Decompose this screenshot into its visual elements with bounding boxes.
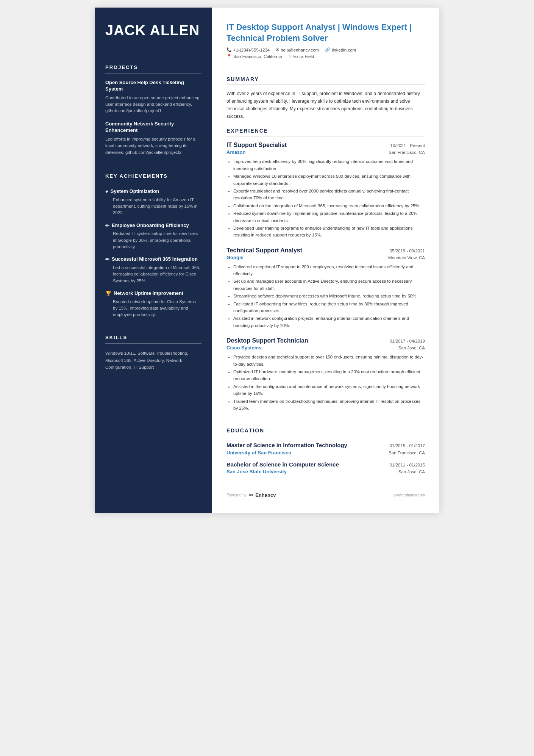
project-1-title: Open Source Help Desk Ticketing System: [105, 80, 201, 92]
edu-2-location: San Jose, CA: [398, 470, 425, 474]
trophy-icon: 🏆: [105, 291, 111, 297]
bullet: Managed Windows 10 enterprise deployment…: [233, 173, 425, 187]
bullet: Optimized IT hardware inventory manageme…: [233, 368, 425, 382]
bullet: Developed user training programs to enha…: [233, 225, 425, 239]
exp-1-title: IT Support Specialist: [226, 142, 287, 149]
achievement-4-desc: Boosted network uptime for Cisco Systems…: [105, 299, 201, 318]
exp-3-subheader: Cisco Systems San Jose, CA: [226, 345, 425, 351]
experience-entry-3: Desktop Support Technician 01/2017 - 04/…: [226, 337, 425, 412]
project-1: Open Source Help Desk Ticketing System C…: [105, 80, 201, 121]
linkedin-value: linkedin.com: [332, 48, 356, 52]
enhancv-brand: Enhancv: [255, 492, 276, 498]
edu-1-date: 01/2015 - 01/2017: [390, 443, 425, 448]
extra-value: Extra Field: [293, 54, 314, 59]
phone-contact: 📞 +1-(234)-555-1234: [226, 47, 270, 52]
powered-by-text: Powered by: [226, 493, 247, 497]
exp-1-bullets: Improved help desk efficiency by 30%, si…: [226, 158, 425, 238]
edu-2-date: 01/2011 - 01/2015: [390, 463, 425, 467]
resume-container: JACK ALLEN PROJECTS Open Source Help Des…: [95, 8, 439, 513]
exp-1-company: Amazon: [226, 149, 246, 155]
skills-divider: [105, 343, 201, 344]
exp-1-location: San Francisco, CA: [389, 150, 425, 155]
exp-3-bullets: Provided desktop and technical support t…: [226, 354, 425, 412]
email-value: help@enhancv.com: [281, 48, 319, 52]
education-section-title: EDUCATION: [226, 427, 425, 434]
star-icon: ☆: [288, 54, 292, 59]
sidebar: JACK ALLEN PROJECTS Open Source Help Des…: [95, 8, 212, 513]
link-icon: 🔗: [325, 47, 330, 52]
phone-value: +1-(234)-555-1234: [233, 48, 270, 52]
linkedin-contact: 🔗 linkedin.com: [325, 47, 356, 52]
exp-1-header: IT Support Specialist 10/2021 - Present: [226, 142, 425, 149]
candidate-name: JACK ALLEN: [105, 23, 201, 39]
achievement-3-desc: Led a successful integration of Microsof…: [105, 265, 201, 284]
achievement-2-title: ✏ Employee Onboarding Efficiency: [105, 222, 201, 229]
pencil-icon: ✏: [105, 223, 109, 229]
pencil2-icon: ✏: [105, 257, 109, 263]
main-header: IT Desktop Support Analyst | Windows Exp…: [226, 22, 425, 60]
projects-divider: [105, 73, 201, 74]
bullet: Trained team members on troubleshooting …: [233, 398, 425, 412]
bullet: Provided desktop and technical support t…: [233, 354, 425, 368]
edu-1-school: University of San Francisco: [226, 450, 291, 455]
contact-row-2: 📍 San Francisco, California ☆ Extra Fiel…: [226, 54, 425, 59]
achievement-1-title: ♥ System Optimization: [105, 188, 201, 195]
achievement-1-desc: Enhanced system reliability for Amazon I…: [105, 197, 201, 216]
exp-3-company: Cisco Systems: [226, 345, 262, 351]
exp-2-title: Technical Support Analyst: [226, 247, 302, 254]
edu-1-subheader: University of San Francisco San Francisc…: [226, 450, 425, 455]
project-2-title: Community Network Security Enhancement: [105, 121, 201, 134]
achievement-3-title: ✏ Successful Microsoft 365 Integration: [105, 256, 201, 263]
footer-website: www.enhancv.com: [393, 493, 425, 497]
edu-2-degree: Bachelor of Science in Computer Science: [226, 461, 339, 468]
skills-text: Windows 10/11, Software Troubleshooting,…: [105, 350, 201, 371]
bullet: Assisted in network configuration projec…: [233, 315, 425, 329]
exp-1-date: 10/2021 - Present: [390, 143, 425, 148]
bullet: Set up and managed user accounts in Acti…: [233, 278, 425, 292]
extra-contact: ☆ Extra Field: [288, 54, 314, 59]
achievement-3: ✏ Successful Microsoft 365 Integration L…: [105, 256, 201, 284]
bullet: Improved help desk efficiency by 30%, si…: [233, 158, 425, 172]
edu-2-subheader: San Jose State University San Jose, CA: [226, 469, 425, 474]
experience-section-title: EXPERIENCE: [226, 128, 425, 134]
exp-2-date: 05/2019 - 09/2021: [390, 249, 425, 253]
edu-2-school: San Jose State University: [226, 469, 287, 474]
enhancv-infinity-icon: ∞: [249, 491, 253, 498]
summary-divider: [226, 85, 425, 85]
achievement-2: ✏ Employee Onboarding Efficiency Reduced…: [105, 222, 201, 250]
contact-row-1: 📞 +1-(234)-555-1234 ✉ help@enhancv.com 🔗…: [226, 47, 425, 52]
education-entry-2: Bachelor of Science in Computer Science …: [226, 461, 425, 475]
exp-3-header: Desktop Support Technician 01/2017 - 04/…: [226, 337, 425, 344]
achievement-4-title: 🏆 Network Uptime Improvement: [105, 290, 201, 297]
bullet: Reduced system downtime by implementing …: [233, 210, 425, 224]
edu-1-header: Master of Science in Information Technol…: [226, 441, 425, 449]
main-title: IT Desktop Support Analyst | Windows Exp…: [226, 22, 425, 44]
exp-1-subheader: Amazon San Francisco, CA: [226, 149, 425, 155]
exp-2-subheader: Google Mountain View, CA: [226, 255, 425, 260]
email-contact: ✉ help@enhancv.com: [276, 47, 319, 52]
location-value: San Francisco, California: [233, 54, 282, 59]
achievement-1: ♥ System Optimization Enhanced system re…: [105, 188, 201, 216]
footer-left: Powered by ∞ Enhancv: [226, 491, 276, 498]
education-divider: [226, 436, 425, 436]
education-entry-1: Master of Science in Information Technol…: [226, 441, 425, 455]
experience-divider: [226, 136, 425, 136]
bullet: Streamlined software deployment processe…: [233, 293, 425, 299]
bullet: Delivered exceptional IT support to 200+…: [233, 263, 425, 277]
edu-1-degree: Master of Science in Information Technol…: [226, 441, 347, 449]
page-footer: Powered by ∞ Enhancv www.enhancv.com: [226, 480, 425, 498]
edu-2-header: Bachelor of Science in Computer Science …: [226, 461, 425, 468]
phone-icon: 📞: [226, 47, 232, 52]
heart-icon: ♥: [105, 189, 108, 195]
achievements-section-title: KEY ACHIEVEMENTS: [105, 173, 201, 179]
bullet: Expertly troubleshot and resolved over 2…: [233, 188, 425, 202]
exp-2-header: Technical Support Analyst 05/2019 - 09/2…: [226, 247, 425, 254]
bullet: Collaborated on the integration of Micro…: [233, 202, 425, 209]
experience-entry-1: IT Support Specialist 10/2021 - Present …: [226, 142, 425, 239]
exp-2-bullets: Delivered exceptional IT support to 200+…: [226, 263, 425, 329]
exp-2-location: Mountain View, CA: [388, 255, 425, 260]
email-icon: ✉: [276, 47, 279, 52]
bullet: Facilitated IT onboarding for new hires,…: [233, 301, 425, 315]
edu-1-location: San Francisco, CA: [389, 451, 425, 455]
location-contact: 📍 San Francisco, California: [226, 54, 282, 59]
